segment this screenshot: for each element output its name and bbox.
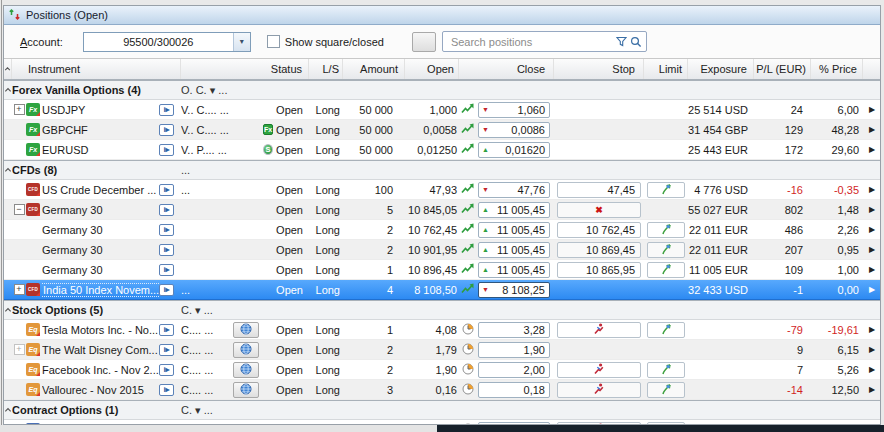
row-expand-arrow-icon[interactable]: ▶ xyxy=(869,125,875,134)
close-price-button[interactable]: ▼0,0086 xyxy=(478,122,550,138)
trade-button[interactable]: i▸ xyxy=(159,424,174,425)
row-expand-arrow-icon[interactable]: ▶ xyxy=(869,205,875,214)
position-row[interactable]: +EqThe Walt Disney Com...i▸C.... ...Open… xyxy=(4,340,880,360)
stop-order-button[interactable] xyxy=(557,362,641,378)
window-titlebar[interactable]: Positions (Open) xyxy=(4,6,880,25)
account-dropdown-button[interactable]: ▾ xyxy=(233,33,250,51)
position-row[interactable]: EqVallourec - Nov 2015i▸C.... ...OpenLon… xyxy=(4,380,880,400)
column-header-amount[interactable]: Amount xyxy=(343,59,405,79)
group-row[interactable]: Stock Options (5)C. ▾ ... xyxy=(4,300,880,320)
collapse-all-chevron-icon[interactable] xyxy=(4,59,12,79)
row-expand-arrow-icon[interactable]: ▶ xyxy=(869,265,875,274)
exercise-button[interactable] xyxy=(233,382,259,398)
limit-order-button[interactable] xyxy=(647,242,685,258)
expand-plus-icon[interactable]: + xyxy=(14,284,25,295)
position-row[interactable]: FxEURUSDi▸V.. P.... ...SOpenLong50 0000,… xyxy=(4,140,880,160)
limit-order-button[interactable] xyxy=(647,382,685,398)
position-row[interactable]: +CFDIndia 50 Index Novem...i▸...OpenLong… xyxy=(4,280,880,300)
close-price-button[interactable]: 0,18 xyxy=(478,382,550,398)
trade-button[interactable]: i▸ xyxy=(159,284,174,296)
expand-plus-icon[interactable]: + xyxy=(14,344,25,355)
collapse-minus-icon[interactable]: − xyxy=(14,204,25,215)
show-square-closed-checkbox[interactable] xyxy=(267,35,280,48)
row-expand-arrow-icon[interactable]: ▶ xyxy=(869,145,875,154)
limit-order-button[interactable] xyxy=(647,222,685,238)
trade-button[interactable]: i▸ xyxy=(159,364,174,376)
stop-order-button[interactable]: 10 762,45 xyxy=(557,222,641,238)
row-expand-arrow-icon[interactable]: ▶ xyxy=(869,365,875,374)
stop-order-button[interactable] xyxy=(557,422,641,425)
group-row[interactable]: CFDs (8)... xyxy=(4,160,880,180)
row-expand-arrow-icon[interactable]: ▶ xyxy=(869,345,875,354)
filter-icon[interactable] xyxy=(616,36,627,47)
account-select[interactable]: 95500/300026 ▾ xyxy=(83,32,251,52)
column-header-close[interactable]: Close xyxy=(476,59,554,79)
exercise-button[interactable] xyxy=(233,322,259,338)
trade-button[interactable]: i▸ xyxy=(159,244,174,256)
position-row[interactable]: Germany 30i▸OpenLong110 896,45▲11 005,45… xyxy=(4,260,880,280)
trade-button[interactable]: i▸ xyxy=(159,124,174,136)
close-price-button[interactable]: ▲0,01620 xyxy=(478,142,550,158)
group-row[interactable]: Contract Options (1)C. ▾ ... xyxy=(4,400,880,420)
group-row[interactable]: Forex Vanilla Options (4)O. C. ▾ ... xyxy=(4,80,880,100)
close-price-button[interactable]: ▲11 005,45 xyxy=(478,222,550,238)
limit-order-button[interactable] xyxy=(647,322,685,338)
limit-order-button[interactable] xyxy=(647,362,685,378)
position-row[interactable]: FxGBPCHFi▸V.. C.... ...FxOpenLong50 0000… xyxy=(4,120,880,140)
trade-button[interactable]: i▸ xyxy=(159,104,174,116)
trade-button[interactable]: i▸ xyxy=(159,324,174,336)
row-expand-arrow-icon[interactable]: ▶ xyxy=(869,225,875,234)
stop-order-button[interactable]: 47,45 xyxy=(557,182,641,198)
search-icon[interactable] xyxy=(630,36,642,48)
column-header-stop[interactable]: Stop xyxy=(554,59,644,79)
row-expand-arrow-icon[interactable]: ▶ xyxy=(869,245,875,254)
close-price-button[interactable]: ▼47,76 xyxy=(478,182,550,198)
column-header-ls[interactable]: L/S xyxy=(309,59,343,79)
row-expand-arrow-icon[interactable]: ▶ xyxy=(869,325,875,334)
group-collapse-chevron-icon[interactable] xyxy=(4,81,12,99)
position-row[interactable]: CFDUS Crude December ...i▸...OpenLong100… xyxy=(4,180,880,200)
position-row[interactable]: FuNikkei 225 Index - No...i▸C.... ...Ope… xyxy=(4,420,880,424)
cancel-stop-button[interactable]: ✖ xyxy=(557,202,641,218)
position-row[interactable]: Germany 30i▸OpenLong210 762,45▲11 005,45… xyxy=(4,220,880,240)
column-header-instrument[interactable]: Instrument xyxy=(26,59,181,79)
trade-button[interactable]: i▸ xyxy=(159,184,174,196)
group-collapse-chevron-icon[interactable] xyxy=(4,401,12,419)
row-expand-arrow-icon[interactable]: ▶ xyxy=(869,105,875,114)
close-price-button[interactable]: ▲11 005,45 xyxy=(478,242,550,258)
trade-button[interactable]: i▸ xyxy=(159,264,174,276)
stop-order-button[interactable] xyxy=(557,322,641,338)
limit-order-button[interactable] xyxy=(647,422,685,425)
position-row[interactable]: +FxUSDJPYi▸V.. C.... ...OpenLong50 0001,… xyxy=(4,100,880,120)
group-collapse-chevron-icon[interactable] xyxy=(4,301,12,319)
stop-order-button[interactable] xyxy=(557,382,641,398)
close-price-button[interactable]: ▼1,060 xyxy=(478,102,550,118)
position-row[interactable]: EqTesla Motors Inc. - No...i▸C.... ...Op… xyxy=(4,320,880,340)
show-square-closed-option[interactable]: Show square/closed xyxy=(267,35,384,48)
column-header-exposure[interactable]: Exposure xyxy=(688,59,754,79)
trade-button[interactable]: i▸ xyxy=(159,144,174,156)
close-price-button[interactable]: 119,00 xyxy=(478,422,550,425)
column-header-limit[interactable]: Limit xyxy=(644,59,688,79)
exercise-button[interactable] xyxy=(233,362,259,378)
close-price-button[interactable]: ▲11 005,45 xyxy=(478,202,550,218)
position-row[interactable]: Germany 30i▸OpenLong210 901,95▲11 005,45… xyxy=(4,240,880,260)
search-box[interactable] xyxy=(442,31,647,52)
column-header-pl[interactable]: P/L (EUR) xyxy=(754,59,811,79)
group-collapse-chevron-icon[interactable] xyxy=(4,161,12,179)
stop-order-button[interactable]: 10 865,95 xyxy=(557,262,641,278)
row-expand-arrow-icon[interactable]: ▶ xyxy=(869,285,875,294)
limit-order-button[interactable] xyxy=(647,182,685,198)
column-header-status[interactable]: Status xyxy=(263,59,309,79)
column-header-open[interactable]: Open xyxy=(405,59,459,79)
column-header-pct-price[interactable]: % Price xyxy=(811,59,863,79)
expand-plus-icon[interactable]: + xyxy=(14,104,25,115)
exercise-button[interactable] xyxy=(233,342,259,358)
close-price-button[interactable]: 3,28 xyxy=(478,322,550,338)
limit-order-button[interactable] xyxy=(647,262,685,278)
close-price-button[interactable]: ▲11 005,45 xyxy=(478,262,550,278)
close-price-button[interactable]: ▼8 108,25 xyxy=(478,282,550,298)
stop-order-button[interactable]: 10 869,45 xyxy=(557,242,641,258)
search-input[interactable] xyxy=(449,35,613,49)
row-expand-arrow-icon[interactable]: ▶ xyxy=(869,185,875,194)
